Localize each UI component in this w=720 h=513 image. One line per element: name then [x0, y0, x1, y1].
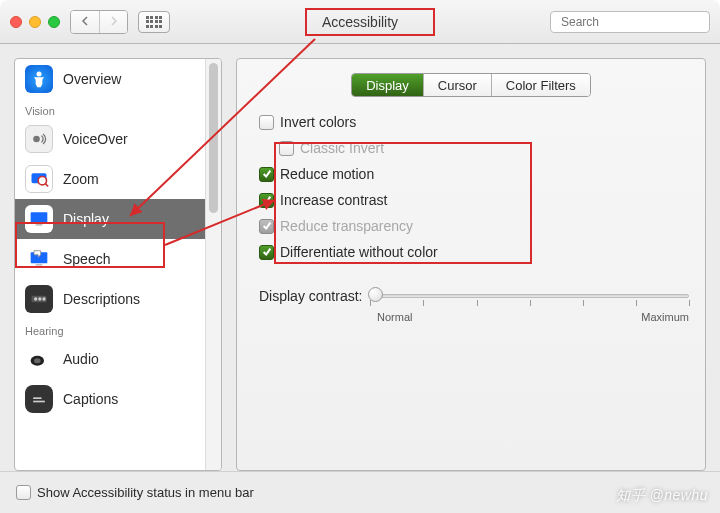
checkbox-label: Reduce transparency [280, 218, 413, 234]
captions-icon [25, 385, 53, 413]
sidebar-item-captions[interactable]: Captions [15, 379, 205, 419]
sidebar-item-speech[interactable]: Speech [15, 239, 205, 279]
sidebar-item-label: Zoom [63, 171, 99, 187]
svg-point-12 [34, 297, 37, 300]
display-tabs: Display Cursor Color Filters [351, 73, 591, 97]
tab-cursor[interactable]: Cursor [423, 74, 491, 96]
display-contrast-slider[interactable] [370, 285, 689, 307]
sidebar-item-label: Captions [63, 391, 118, 407]
display-contrast-area: Display contrast: Normal Maximum [253, 285, 689, 323]
svg-rect-7 [31, 212, 48, 223]
slider-max-label: Maximum [641, 311, 689, 323]
search-input[interactable] [561, 15, 711, 29]
sidebar-group-hearing: Hearing [15, 319, 205, 339]
display-icon [25, 205, 53, 233]
checkbox-icon [16, 485, 31, 500]
checkbox-show-accessibility-status[interactable]: Show Accessibility status in menu bar [16, 482, 254, 504]
sidebar-item-zoom[interactable]: Zoom [15, 159, 205, 199]
sidebar-item-overview[interactable]: Overview [15, 59, 205, 99]
sidebar-item-label: Speech [63, 251, 110, 267]
watermark: 知乎 @newhu [616, 487, 708, 505]
tab-display[interactable]: Display [352, 74, 423, 96]
sidebar-item-voiceover[interactable]: VoiceOver [15, 119, 205, 159]
sidebar-group-vision: Vision [15, 99, 205, 119]
checkbox-label: Reduce motion [280, 166, 374, 182]
nav-back-forward [70, 10, 128, 34]
forward-button[interactable] [99, 11, 127, 33]
search-field[interactable] [550, 11, 710, 33]
checkbox-icon [259, 167, 274, 182]
svg-rect-10 [36, 264, 43, 266]
slider-label: Display contrast: [259, 288, 362, 304]
sidebar-item-label: VoiceOver [63, 131, 128, 147]
sidebar: Overview Vision VoiceOver Zoom Display [14, 58, 222, 471]
close-button[interactable] [10, 16, 22, 28]
display-options: Invert colors Classic Invert Reduce moti… [253, 111, 689, 263]
show-all-button[interactable] [138, 11, 170, 33]
descriptions-icon [25, 285, 53, 313]
tab-color-filters[interactable]: Color Filters [491, 74, 590, 96]
voiceover-icon [25, 125, 53, 153]
svg-point-13 [38, 297, 41, 300]
svg-rect-18 [33, 401, 45, 403]
titlebar: Accessibility [0, 0, 720, 44]
sidebar-item-label: Descriptions [63, 291, 140, 307]
svg-point-3 [33, 136, 40, 143]
sidebar-item-label: Overview [63, 71, 121, 87]
checkbox-label: Classic Invert [300, 140, 384, 156]
window-title: Accessibility [276, 11, 444, 33]
checkbox-label: Differentiate without color [280, 244, 438, 260]
svg-rect-8 [36, 224, 43, 226]
zoom-icon [25, 165, 53, 193]
sidebar-item-display[interactable]: Display [15, 199, 205, 239]
svg-point-14 [42, 297, 45, 300]
checkbox-icon [259, 193, 274, 208]
window-title-wrap: Accessibility [180, 13, 540, 31]
checkbox-classic-invert: Classic Invert [259, 137, 689, 159]
checkbox-label: Invert colors [280, 114, 356, 130]
content-pane: Display Cursor Color Filters Invert colo… [236, 58, 706, 471]
minimize-button[interactable] [29, 16, 41, 28]
svg-rect-17 [33, 397, 41, 399]
svg-line-6 [45, 183, 48, 186]
sidebar-item-label: Audio [63, 351, 99, 367]
checkbox-invert-colors[interactable]: Invert colors [259, 111, 689, 133]
scroll-thumb[interactable] [209, 63, 218, 213]
svg-point-16 [34, 358, 41, 363]
footer: Show Accessibility status in menu bar [0, 471, 720, 513]
overview-icon [25, 65, 53, 93]
speech-icon [25, 245, 53, 273]
sidebar-scrollbar[interactable] [205, 59, 221, 470]
sidebar-item-audio[interactable]: Audio [15, 339, 205, 379]
grid-icon [146, 16, 163, 28]
svg-point-2 [37, 72, 42, 77]
checkbox-icon [259, 219, 274, 234]
sidebar-item-label: Display [63, 211, 109, 227]
checkbox-label: Show Accessibility status in menu bar [37, 485, 254, 500]
audio-icon [25, 345, 53, 373]
sidebar-item-descriptions[interactable]: Descriptions [15, 279, 205, 319]
checkbox-reduce-transparency: Reduce transparency [259, 215, 689, 237]
slider-thumb[interactable] [368, 287, 383, 302]
slider-min-label: Normal [377, 311, 412, 323]
back-button[interactable] [71, 11, 99, 33]
window-controls [10, 16, 60, 28]
checkbox-increase-contrast[interactable]: Increase contrast [259, 189, 689, 211]
checkbox-differentiate-without-color[interactable]: Differentiate without color [259, 241, 689, 263]
checkbox-icon [259, 115, 274, 130]
checkbox-icon [279, 141, 294, 156]
maximize-button[interactable] [48, 16, 60, 28]
checkbox-reduce-motion[interactable]: Reduce motion [259, 163, 689, 185]
slider-track [370, 294, 689, 298]
checkbox-label: Increase contrast [280, 192, 387, 208]
checkbox-icon [259, 245, 274, 260]
